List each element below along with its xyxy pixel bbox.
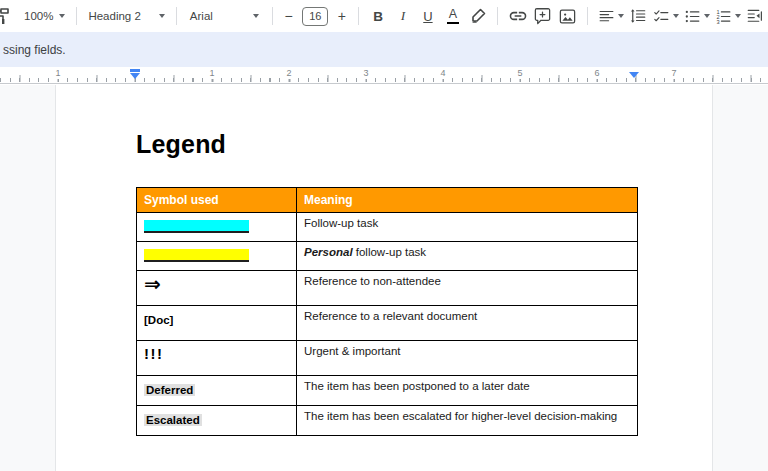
- symbol-text: Escalated: [144, 414, 202, 426]
- style-value: Heading 2: [88, 10, 140, 22]
- numbered-list-icon: 123: [715, 8, 732, 25]
- line-spacing-button[interactable]: [626, 4, 651, 28]
- highlight-swatch: [144, 220, 249, 233]
- meaning-cell[interactable]: The item has been postponed to a later d…: [297, 376, 638, 406]
- meaning-prefix: Personal: [304, 246, 353, 258]
- notification-bar: ssing fields.: [0, 32, 768, 67]
- font-select[interactable]: Arial: [184, 4, 265, 28]
- ruler-number: 3: [361, 68, 370, 79]
- meaning-cell[interactable]: Reference to non-attendee: [297, 271, 638, 306]
- divider: [358, 7, 359, 25]
- table-row: [Doc]Reference to a relevant document: [137, 306, 638, 341]
- ruler-ticks-half: [0, 75, 768, 82]
- symbol-cell[interactable]: [Doc]: [137, 306, 297, 341]
- checklist-button[interactable]: [651, 4, 682, 28]
- zoom-select[interactable]: 100%: [20, 4, 69, 28]
- ruler-number: 1: [53, 68, 62, 79]
- chevron-down-icon: [253, 14, 259, 18]
- meaning-cell[interactable]: Personal follow-up task: [297, 242, 638, 271]
- ruler-number: 1: [207, 68, 216, 79]
- legend-table: Symbol used Meaning Follow-up taskPerson…: [136, 187, 638, 436]
- text-color-button[interactable]: A: [440, 4, 465, 28]
- add-comment-button[interactable]: [530, 4, 555, 28]
- symbol-cell[interactable]: !!!: [137, 341, 297, 376]
- divider: [497, 7, 498, 25]
- divider: [272, 7, 273, 25]
- ruler-number: 6: [592, 68, 601, 79]
- toolbar: 100% Heading 2 Arial − 16 + B I U A: [0, 0, 768, 32]
- line-spacing-icon: [629, 7, 647, 25]
- table-row: Personal follow-up task: [137, 242, 638, 271]
- ruler-number: 4: [438, 68, 447, 79]
- document-canvas: Legend Symbol used Meaning Follow-up tas…: [0, 85, 768, 471]
- highlight-color-button[interactable]: [465, 4, 490, 28]
- meaning-header[interactable]: Meaning: [297, 188, 638, 213]
- symbol-cell[interactable]: [137, 242, 297, 271]
- chevron-down-icon: [618, 14, 624, 18]
- font-size-input[interactable]: 16: [302, 7, 328, 26]
- add-comment-icon: [533, 7, 552, 26]
- svg-text:3: 3: [716, 18, 719, 24]
- google-docs-window: 100% Heading 2 Arial − 16 + B I U A: [0, 0, 768, 471]
- document-heading[interactable]: Legend: [136, 130, 226, 159]
- insert-image-button[interactable]: [555, 4, 580, 28]
- symbol-cell[interactable]: ⇒: [137, 271, 297, 306]
- table-row: ⇒Reference to non-attendee: [137, 271, 638, 306]
- chevron-down-icon: [735, 14, 741, 18]
- symbol-text: !!!: [144, 345, 164, 362]
- table-row: !!!Urgent & important: [137, 341, 638, 376]
- paint-format-icon[interactable]: [0, 4, 12, 28]
- chevron-down-icon: [159, 14, 165, 18]
- font-value: Arial: [190, 10, 213, 22]
- highlight-swatch: [144, 249, 249, 262]
- symbol-used-header[interactable]: Symbol used: [137, 188, 297, 213]
- ruler-number: 2: [284, 68, 293, 79]
- symbol-text: [Doc]: [144, 314, 173, 326]
- numbered-list-button[interactable]: 123: [712, 4, 743, 28]
- right-indent-marker[interactable]: [629, 72, 639, 78]
- notification-text: ssing fields.: [3, 43, 66, 57]
- chevron-down-icon: [673, 14, 679, 18]
- underline-button[interactable]: U: [415, 4, 440, 28]
- document-page[interactable]: Legend Symbol used Meaning Follow-up tas…: [55, 85, 713, 471]
- italic-button[interactable]: I: [391, 4, 416, 28]
- table-row: EscalatedThe item has been escalated for…: [137, 406, 638, 436]
- text-color-icon: A: [447, 8, 459, 25]
- symbol-cell[interactable]: Escalated: [137, 406, 297, 436]
- bulleted-list-button[interactable]: [682, 4, 713, 28]
- insert-link-icon: [508, 6, 528, 26]
- symbol-cell[interactable]: [137, 213, 297, 242]
- indent-button[interactable]: [743, 4, 768, 28]
- align-button[interactable]: [595, 4, 626, 28]
- bold-button[interactable]: B: [366, 4, 391, 28]
- divider: [587, 7, 588, 25]
- indent-icon: [746, 7, 764, 25]
- meaning-cell[interactable]: Follow-up task: [297, 213, 638, 242]
- symbol-text: Deferred: [144, 384, 195, 396]
- meaning-cell[interactable]: The item has been escalated for higher-l…: [297, 406, 638, 436]
- ruler[interactable]: 11234567: [0, 67, 768, 84]
- divider: [176, 7, 177, 25]
- meaning-cell[interactable]: Urgent & important: [297, 341, 638, 376]
- decrease-font-size-button[interactable]: −: [280, 4, 297, 28]
- ruler-number: 7: [669, 68, 678, 79]
- symbol-cell[interactable]: Deferred: [137, 376, 297, 406]
- styles-select[interactable]: Heading 2: [84, 4, 168, 28]
- table-header-row: Symbol used Meaning: [137, 188, 638, 213]
- table-row: DeferredThe item has been postponed to a…: [137, 376, 638, 406]
- insert-image-icon: [558, 7, 577, 26]
- align-left-icon: [598, 8, 615, 25]
- divider: [76, 7, 77, 25]
- checklist-icon: [653, 8, 670, 25]
- increase-font-size-button[interactable]: +: [333, 4, 350, 28]
- chevron-down-icon: [704, 14, 710, 18]
- chevron-down-icon: [59, 14, 65, 18]
- meaning-cell[interactable]: Reference to a relevant document: [297, 306, 638, 341]
- bulleted-list-icon: [684, 8, 701, 25]
- symbol-text: ⇒: [144, 272, 161, 296]
- left-indent-marker[interactable]: [130, 69, 140, 79]
- highlight-color-icon: [468, 6, 488, 26]
- ruler-number: 5: [515, 68, 524, 79]
- zoom-value: 100%: [24, 10, 53, 22]
- insert-link-button[interactable]: [505, 4, 530, 28]
